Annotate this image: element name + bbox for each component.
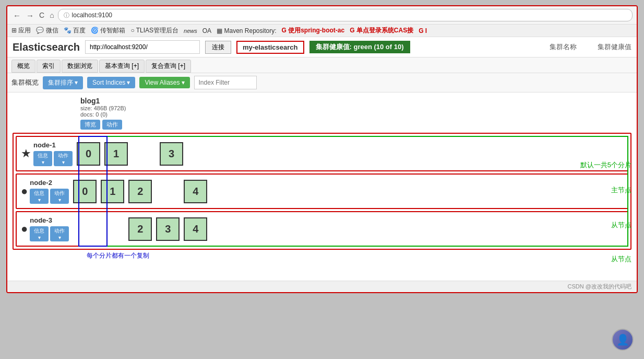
bookmark-news[interactable]: news: [184, 28, 197, 34]
annotation-replica-node1: 从节点: [611, 221, 631, 230]
address-bar[interactable]: ⓘ localhost:9100: [58, 9, 633, 21]
forward-button[interactable]: →: [25, 11, 35, 20]
shard-1-4-empty: [187, 142, 211, 166]
tab-index[interactable]: 索引: [37, 60, 61, 73]
index-docs: docs: 0 (0): [80, 111, 631, 118]
app-title: Elasticsearch: [13, 41, 80, 53]
node-2-name: node-2: [30, 179, 69, 187]
annotation-master-node: 主节点: [611, 186, 631, 195]
address-text: localhost:9100: [72, 11, 112, 19]
node-1-info: node-1 信息 ▾ 动作 ▾: [33, 141, 73, 166]
each-replica-annotation: 每个分片都有一个复制: [87, 251, 149, 260]
cluster-health-badge: 集群健康值: green (10 of 10): [309, 41, 410, 53]
cluster-health-label: 集群健康值: [598, 42, 631, 52]
shard-3-3[interactable]: 3: [156, 217, 180, 241]
node-3-buttons: 信息 ▾ 动作 ▾: [30, 226, 69, 241]
node-row-1: ★ node-1 信息 ▾ 动作 ▾ 0 1 3: [16, 136, 628, 171]
tab-basic-query[interactable]: 基本查询 [+]: [99, 60, 145, 73]
node-row-2: ● node-2 信息 ▾ 动作 ▾ 0 1 2 4: [16, 173, 628, 209]
bookmark-tlias[interactable]: ○ TLIAS管理后台: [130, 26, 178, 35]
shard-1-0[interactable]: 0: [77, 142, 100, 166]
action-button[interactable]: 动作: [102, 120, 122, 130]
toolbar: 集群概览 集群排序 ▾ Sort Indices ▾ View Aliases …: [7, 73, 637, 92]
shard-2-3-empty: [156, 180, 180, 203]
address-icon: ⓘ: [64, 11, 69, 19]
csdn-watermark: CSDN @改改我的代码吧: [568, 283, 631, 291]
bookmark-cas[interactable]: G 单点登录系统CAS接: [350, 26, 413, 35]
view-aliases-label: View Aliases: [145, 79, 180, 86]
bookmark-mail[interactable]: 🌀 传智邮箱: [91, 26, 125, 35]
node-1-icon: ★: [21, 147, 31, 160]
csdn-bar: CSDN @改改我的代码吧: [7, 281, 637, 292]
view-aliases-button[interactable]: View Aliases ▾: [139, 77, 189, 88]
node-2-shards: 0 1 2 4: [69, 180, 207, 203]
browse-button[interactable]: 博览: [80, 120, 100, 130]
node-2-action-button[interactable]: 动作 ▾: [50, 189, 69, 204]
cluster-sort-arrow: ▾: [75, 79, 78, 86]
index-size: size: 486B (972B): [80, 105, 631, 111]
main-content: blog1 size: 486B (972B) docs: 0 (0) 博览 动…: [7, 92, 637, 281]
shard-1-2-empty: [132, 142, 156, 166]
node-3-action-button[interactable]: 动作 ▾: [50, 226, 69, 241]
elasticsearch-url-input[interactable]: [85, 40, 200, 54]
nav-tabs: 概览 索引 数据浏览 基本查询 [+] 复合查询 [+]: [7, 57, 637, 73]
shard-1-1[interactable]: 1: [104, 142, 128, 166]
nodes-container: ★ node-1 信息 ▾ 动作 ▾ 0 1 3: [13, 133, 631, 250]
header-labels: 集群名称 集群健康值: [550, 42, 631, 52]
back-button[interactable]: ←: [11, 11, 22, 20]
node-2-info: node-2 信息 ▾ 动作 ▾: [30, 179, 69, 204]
index-filter-input[interactable]: [194, 76, 257, 89]
shard-2-0[interactable]: 0: [73, 180, 97, 203]
annotation-replica-node2: 从节点: [611, 254, 631, 264]
node-1-name: node-1: [33, 141, 73, 149]
node-3-info: node-3 信息 ▾ 动作 ▾: [30, 216, 69, 241]
bookmark-more[interactable]: G I: [419, 27, 427, 34]
bookmark-maven[interactable]: ▦ Maven Repository:: [217, 27, 276, 34]
connect-button[interactable]: 连接: [205, 41, 231, 54]
node-1-info-button[interactable]: 信息 ▾: [33, 151, 52, 166]
shard-3-4[interactable]: 4: [184, 217, 207, 241]
node-2-icon: ●: [21, 184, 28, 198]
tab-complex-query[interactable]: 复合查询 [+]: [146, 60, 191, 73]
shard-2-1[interactable]: 1: [101, 180, 124, 203]
avatar-icon: 👤: [616, 333, 629, 346]
browser-nav-bar: ← → C ⌂ ⓘ localhost:9100: [7, 6, 637, 25]
shard-1-3[interactable]: 3: [160, 142, 183, 166]
annotation-default-shards: 默认一共5个分片: [580, 160, 631, 170]
bookmark-wechat[interactable]: 💬 微信: [36, 26, 58, 35]
avatar[interactable]: 👤: [612, 329, 634, 351]
bookmark-oa[interactable]: OA: [202, 27, 211, 34]
node-3-icon: ●: [21, 222, 28, 236]
node-2-info-button[interactable]: 信息 ▾: [30, 189, 49, 204]
cluster-sort-label: 集群排序: [48, 78, 73, 87]
node-1-action-button[interactable]: 动作 ▾: [54, 151, 73, 166]
node-1-buttons: 信息 ▾ 动作 ▾: [33, 151, 73, 166]
refresh-button[interactable]: C: [38, 11, 46, 19]
node-row-3: ● node-3 信息 ▾ 动作 ▾ 2 3 4: [16, 211, 628, 247]
mini-toolbar: 博览 动作: [80, 120, 631, 130]
shard-2-4[interactable]: 4: [184, 180, 207, 203]
shard-3-1-empty: [101, 217, 124, 241]
view-aliases-arrow: ▾: [182, 79, 185, 86]
sort-indices-arrow: ▾: [127, 79, 130, 86]
shard-3-2[interactable]: 2: [128, 217, 152, 241]
cluster-name-label: 集群名称: [550, 42, 577, 52]
node-1-shards: 0 1 3: [73, 142, 211, 166]
tab-data-browse[interactable]: 数据浏览: [62, 60, 98, 73]
bookmark-apps[interactable]: ⊞ 应用: [11, 26, 31, 35]
app-header: Elasticsearch 连接 my-elasticsearch 集群健康值:…: [7, 37, 637, 57]
node-3-name: node-3: [30, 216, 69, 224]
section-label: 集群概览: [11, 78, 39, 87]
cluster-name-badge[interactable]: my-elasticsearch: [236, 41, 304, 54]
node-3-info-button[interactable]: 信息 ▾: [30, 226, 49, 241]
sort-indices-button[interactable]: Sort Indices ▾: [87, 77, 135, 88]
tab-overview[interactable]: 概览: [11, 60, 35, 73]
node-3-shards: 2 3 4: [69, 217, 207, 241]
home-button[interactable]: ⌂: [48, 11, 55, 19]
bookmark-baidu[interactable]: 🐾 百度: [64, 26, 86, 35]
shard-2-2[interactable]: 2: [128, 180, 152, 203]
bookmark-spring[interactable]: G 使用spring-boot-ac: [282, 26, 345, 35]
bookmarks-bar: ⊞ 应用 💬 微信 🐾 百度 🌀 传智邮箱 ○ TLIAS管理后台 news O…: [7, 25, 637, 37]
cluster-sort-button[interactable]: 集群排序 ▾: [43, 76, 83, 89]
sort-indices-label: Sort Indices: [92, 79, 125, 86]
